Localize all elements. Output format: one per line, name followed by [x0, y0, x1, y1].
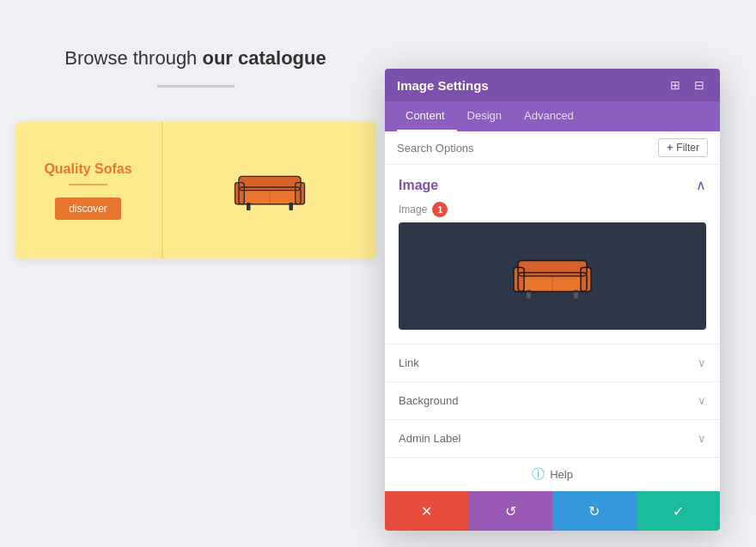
admin-label-row[interactable]: Admin Label ∨ — [385, 419, 720, 457]
help-icon: ⓘ — [532, 466, 545, 483]
svg-rect-3 — [295, 183, 304, 204]
background-chevron-icon: ∨ — [698, 394, 706, 407]
reset-button[interactable]: ↺ — [469, 491, 553, 531]
panel-footer: ✕ ↺ ↻ ✓ — [385, 491, 720, 531]
section-title: Image — [399, 178, 438, 193]
search-input[interactable] — [397, 142, 658, 155]
background-row[interactable]: Background ∨ — [385, 381, 720, 419]
tab-design[interactable]: Design — [459, 101, 514, 131]
browse-heading: Browse through our catalogue — [64, 47, 326, 70]
image-settings-panel: Image Settings ⊞ ⊟ Content Design Advanc… — [385, 69, 720, 531]
admin-label-chevron-icon: ∨ — [698, 432, 706, 445]
card-left: Quality Sofas discover — [15, 122, 162, 259]
heading-underline — [157, 85, 235, 88]
panel-title: Image Settings — [397, 78, 489, 93]
panel-body: Image ∧ Image 1 — [385, 165, 720, 491]
help-text[interactable]: Help — [550, 468, 573, 481]
heading-bold: our catalogue — [202, 47, 326, 69]
discover-button[interactable]: discover — [55, 198, 121, 220]
panel-header-icons: ⊞ ⊟ — [667, 77, 708, 93]
image-section-header: Image ∧ — [385, 165, 720, 202]
panel-header: Image Settings ⊞ ⊟ — [385, 69, 720, 101]
panel-settings-icon[interactable]: ⊞ — [667, 77, 684, 93]
sofa-image-bg — [231, 165, 308, 216]
panel-search-bar: + Filter — [385, 131, 720, 165]
section-collapse-icon[interactable]: ∧ — [696, 177, 706, 193]
filter-label: Filter — [676, 142, 699, 154]
link-chevron-icon: ∨ — [698, 356, 706, 369]
card-title: Quality Sofas — [44, 161, 131, 177]
image-badge: 1 — [432, 202, 448, 217]
image-preview-box[interactable] — [399, 222, 706, 330]
cancel-button[interactable]: ✕ — [385, 491, 469, 531]
panel-tabs: Content Design Advanced — [385, 101, 720, 131]
tab-content[interactable]: Content — [397, 101, 457, 131]
image-label-text: Image — [399, 204, 427, 216]
link-label: Link — [399, 356, 419, 369]
card-divider — [69, 184, 107, 185]
link-row[interactable]: Link ∨ — [385, 343, 720, 381]
card-right — [162, 122, 376, 259]
save-button[interactable]: ✓ — [637, 491, 721, 531]
admin-label-text: Admin Label — [399, 432, 460, 445]
heading-text: Browse through — [64, 47, 202, 69]
image-field-label: Image 1 — [399, 202, 706, 217]
filter-button[interactable]: + Filter — [658, 138, 708, 157]
tab-advanced[interactable]: Advanced — [515, 101, 586, 131]
panel-grid-icon[interactable]: ⊟ — [691, 77, 708, 93]
page-content: Browse through our catalogue Quality Sof… — [0, 0, 391, 547]
background-label: Background — [399, 394, 458, 407]
image-field-area: Image 1 — [385, 202, 720, 343]
filter-plus-icon: + — [667, 142, 673, 154]
svg-rect-2 — [235, 183, 244, 204]
svg-rect-14 — [581, 267, 591, 291]
svg-rect-13 — [514, 267, 524, 291]
sofa-preview-image — [509, 246, 595, 307]
help-bar: ⓘ Help — [385, 457, 720, 491]
canvas-area: Browse through our catalogue Quality Sof… — [0, 0, 756, 547]
redo-button[interactable]: ↻ — [552, 491, 637, 531]
product-card: Quality Sofas discover — [15, 122, 376, 259]
